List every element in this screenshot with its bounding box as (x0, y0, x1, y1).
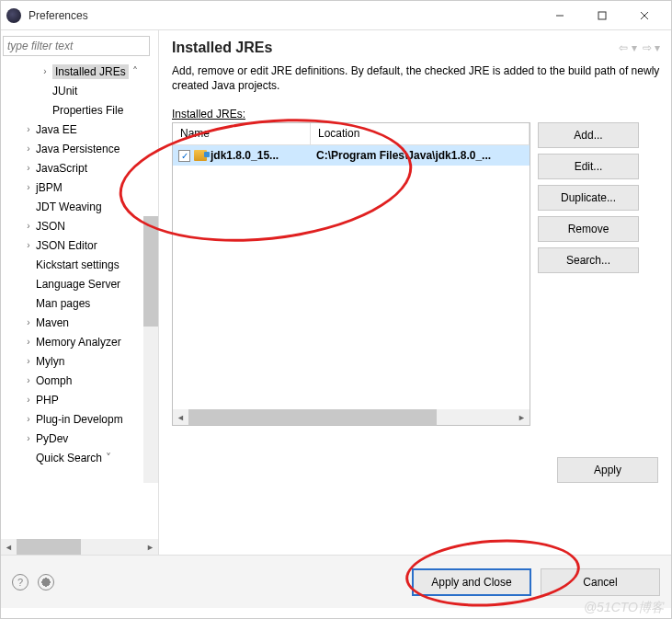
tree-item-label: JSON (36, 220, 65, 233)
tree-item-label: Java Persistence (36, 143, 120, 155)
nav-arrows: ⇦ ▾ ⇨ ▾ (619, 41, 660, 54)
tree-item[interactable]: JDT Weaving (1, 197, 158, 216)
minimize-button[interactable] (539, 2, 581, 29)
scroll-left-icon[interactable]: ◄ (1, 539, 17, 555)
column-header-location[interactable]: Location (311, 123, 530, 144)
tree-item[interactable]: Quick Search˅ (1, 448, 158, 467)
sidebar-scrollbar-thumb[interactable] (143, 216, 158, 327)
tree-item-label: Kickstart settings (36, 258, 120, 271)
jre-location: C:\Program Files\Java\jdk1.8.0_... (311, 147, 530, 164)
expand-icon[interactable]: › (23, 395, 34, 405)
tree-item-label: jBPM (36, 181, 63, 194)
table-hscroll[interactable]: ◄ ► (173, 409, 530, 425)
tree-item[interactable]: Kickstart settings (1, 255, 158, 274)
tree-item[interactable]: ›Maven (1, 313, 158, 332)
tree-item-label: Installed JREs (52, 64, 129, 79)
tree-item-label: Language Server (36, 278, 120, 291)
help-icon[interactable]: ? (12, 574, 28, 590)
tree-item-label: JavaScript (36, 162, 87, 175)
expand-icon[interactable]: › (23, 317, 34, 327)
close-button[interactable] (623, 2, 666, 29)
tree-item[interactable]: ›Java Persistence (1, 139, 158, 158)
tree-item[interactable]: JUnit (1, 81, 158, 100)
window-title: Preferences (28, 9, 539, 22)
expand-icon[interactable]: › (40, 66, 51, 76)
expand-icon[interactable]: › (23, 433, 34, 443)
jre-table: Name Location ✓ jdk1.8.0_15... C:\Progra… (172, 122, 530, 426)
filter-input[interactable] (3, 36, 150, 56)
expand-icon[interactable]: › (23, 163, 34, 173)
tree-item-label: Maven (36, 316, 69, 329)
search-button[interactable]: Search... (538, 247, 639, 273)
tree-item[interactable]: ›JavaScript (1, 158, 158, 178)
tree-item[interactable]: ›JSON (1, 216, 158, 235)
tree-item[interactable]: ›Oomph (1, 371, 158, 390)
edit-button[interactable]: Edit... (538, 154, 639, 179)
cancel-button[interactable]: Cancel (541, 568, 660, 596)
preference-tree[interactable]: ›Installed JREs˄JUnitProperties File›Jav… (1, 60, 158, 539)
sidebar-hscroll-thumb[interactable] (17, 539, 81, 555)
scroll-hint-icon: ˅ (106, 452, 111, 464)
app-icon (6, 8, 21, 23)
expand-icon[interactable]: › (23, 182, 34, 192)
tree-item[interactable]: ›Mylyn (1, 351, 158, 371)
expand-icon[interactable]: › (23, 337, 34, 347)
footer: ? Apply and Close Cancel (1, 555, 671, 608)
tree-item[interactable]: ›Java EE (1, 120, 158, 139)
expand-icon[interactable]: › (23, 414, 34, 424)
page-title: Installed JREs (172, 40, 619, 56)
tree-item-label: PHP (36, 394, 59, 407)
apply-and-close-button[interactable]: Apply and Close (412, 568, 531, 596)
add-button[interactable]: Add... (538, 122, 639, 148)
import-export-icon[interactable] (38, 574, 54, 590)
tree-item-label: Man pages (36, 297, 90, 310)
tree-item[interactable]: Language Server (1, 274, 158, 293)
tree-item[interactable]: ›PyDev (1, 429, 158, 448)
sidebar-hscroll[interactable]: ◄ ► (1, 539, 158, 555)
tree-item[interactable]: ›Installed JREs˄ (1, 62, 158, 81)
expand-icon[interactable]: › (23, 356, 34, 366)
duplicate-button[interactable]: Duplicate... (538, 185, 639, 211)
svg-rect-1 (598, 12, 606, 19)
table-scroll-right-icon[interactable]: ► (514, 409, 530, 425)
expand-icon[interactable]: › (23, 240, 34, 250)
tree-item[interactable]: ›jBPM (1, 178, 158, 197)
tree-item-label: Mylyn (36, 355, 64, 368)
tree-item[interactable]: Man pages (1, 293, 158, 313)
expand-icon[interactable]: › (23, 375, 34, 385)
tree-item-label: Java EE (36, 123, 77, 136)
tree-item-label: PyDev (36, 432, 68, 445)
tree-item[interactable]: ›Plug-in Developm (1, 409, 158, 429)
expand-icon[interactable]: › (23, 124, 34, 134)
maximize-button[interactable] (581, 2, 623, 29)
tree-item-label: Quick Search (36, 452, 102, 464)
tree-item[interactable]: ›PHP (1, 390, 158, 409)
main-panel: Installed JREs ⇦ ▾ ⇨ ▾ Add, remove or ed… (159, 30, 671, 555)
back-icon[interactable]: ⇦ ▾ (619, 41, 636, 54)
table-scroll-left-icon[interactable]: ◄ (173, 409, 188, 425)
jre-name: jdk1.8.0_15... (211, 149, 279, 162)
apply-button[interactable]: Apply (557, 457, 658, 483)
tree-item[interactable]: ›Memory Analyzer (1, 332, 158, 351)
table-hscroll-thumb[interactable] (188, 409, 437, 425)
remove-button[interactable]: Remove (538, 216, 639, 242)
tree-item-label: Plug-in Developm (36, 413, 123, 426)
tree-item-label: JUnit (52, 85, 77, 97)
titlebar: Preferences (1, 1, 671, 30)
expand-icon[interactable]: › (23, 143, 34, 154)
tree-item-label: Memory Analyzer (36, 336, 121, 349)
expand-icon[interactable]: › (23, 221, 34, 231)
tree-item[interactable]: ›JSON Editor (1, 235, 158, 255)
scroll-right-icon[interactable]: ► (142, 539, 158, 555)
page-description: Add, remove or edit JRE definitions. By … (172, 63, 660, 93)
tree-item-label: Properties File (52, 104, 123, 117)
tree-item[interactable]: Properties File (1, 100, 158, 120)
jre-icon (194, 150, 207, 161)
section-label: Installed JREs: (172, 108, 660, 120)
column-header-name[interactable]: Name (173, 123, 311, 144)
checkbox-icon[interactable]: ✓ (178, 150, 190, 162)
forward-icon[interactable]: ⇨ ▾ (643, 41, 660, 54)
table-row[interactable]: ✓ jdk1.8.0_15... C:\Program Files\Java\j… (173, 145, 530, 166)
tree-item-label: Oomph (36, 374, 72, 387)
tree-item-label: JDT Weaving (36, 201, 102, 213)
